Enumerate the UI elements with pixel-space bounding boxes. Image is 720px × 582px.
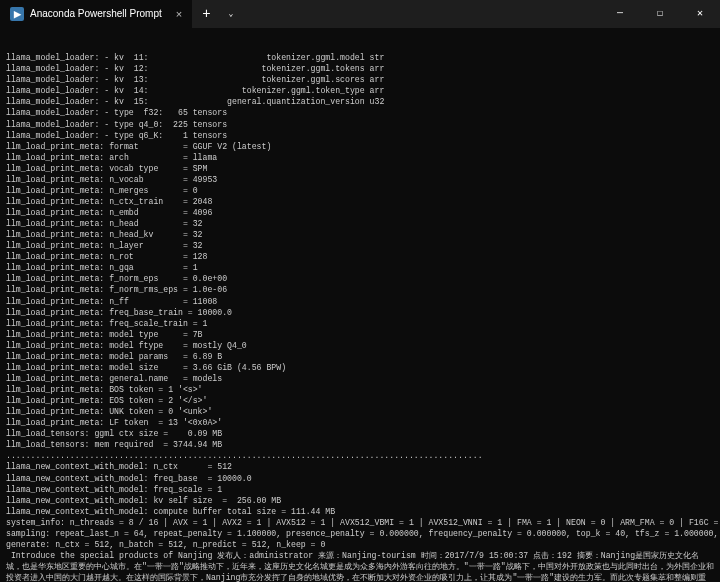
- terminal-line: llm_load_print_meta: f_norm_eps = 0.0e+0…: [6, 273, 714, 284]
- terminal-line: llm_load_print_meta: n_ff = 11008: [6, 296, 714, 307]
- terminal-line: llm_load_print_meta: n_head = 32: [6, 218, 714, 229]
- terminal-line: ........................................…: [6, 450, 714, 461]
- add-tab-button[interactable]: +: [192, 5, 220, 24]
- terminal-line: llama_model_loader: - kv 14: tokenizer.g…: [6, 85, 714, 96]
- terminal-line: llm_load_print_meta: UNK token = 0 '<unk…: [6, 406, 714, 417]
- terminal-line: llm_load_print_meta: format = GGUF V2 (l…: [6, 141, 714, 152]
- terminal-line: llm_load_print_meta: BOS token = 1 '<s>': [6, 384, 714, 395]
- terminal-line: llama_model_loader: - type q6_K: 1 tenso…: [6, 130, 714, 141]
- terminal-line: llama_new_context_with_model: n_ctx = 51…: [6, 461, 714, 472]
- terminal-line: llm_load_print_meta: f_norm_rms_eps = 1.…: [6, 284, 714, 295]
- terminal-line: Introduce the special products of Nanjin…: [6, 550, 714, 582]
- terminal-output[interactable]: llama_model_loader: - kv 11: tokenizer.g…: [0, 28, 720, 582]
- titlebar-left: ▶ Anaconda Powershell Prompt × + ⌄: [0, 0, 241, 28]
- terminal-line: llama_model_loader: - kv 12: tokenizer.g…: [6, 63, 714, 74]
- anaconda-icon: ▶: [10, 7, 24, 21]
- terminal-line: llama_model_loader: - kv 11: tokenizer.g…: [6, 52, 714, 63]
- window-controls: ─ ☐ ✕: [600, 0, 720, 28]
- terminal-line: llm_load_print_meta: n_merges = 0: [6, 185, 714, 196]
- terminal-line: llm_load_print_meta: general.name = mode…: [6, 373, 714, 384]
- terminal-line: llama_model_loader: - type f32: 65 tenso…: [6, 107, 714, 118]
- window-titlebar: ▶ Anaconda Powershell Prompt × + ⌄ ─ ☐ ✕: [0, 0, 720, 28]
- terminal-line: llm_load_print_meta: n_ctx_train = 2048: [6, 196, 714, 207]
- terminal-line: llm_load_print_meta: vocab type = SPM: [6, 163, 714, 174]
- terminal-line: llm_load_print_meta: n_layer = 32: [6, 240, 714, 251]
- chevron-down-icon[interactable]: ⌄: [221, 9, 242, 20]
- terminal-line: llama_model_loader: - kv 13: tokenizer.g…: [6, 74, 714, 85]
- terminal-line: llm_load_print_meta: n_rot = 128: [6, 251, 714, 262]
- tab-anaconda[interactable]: ▶ Anaconda Powershell Prompt ×: [0, 0, 192, 28]
- minimize-button[interactable]: ─: [600, 0, 640, 28]
- terminal-line: system_info: n_threads = 8 / 16 | AVX = …: [6, 517, 714, 528]
- terminal-line: llm_load_print_meta: LF token = 13 '<0x0…: [6, 417, 714, 428]
- terminal-line: llm_load_print_meta: EOS token = 2 '</s>…: [6, 395, 714, 406]
- terminal-line: llama_new_context_with_model: kv self si…: [6, 495, 714, 506]
- terminal-line: llm_load_print_meta: model params = 6.89…: [6, 351, 714, 362]
- terminal-line: llama_model_loader: - kv 15: general.qua…: [6, 96, 714, 107]
- terminal-line: llm_load_print_meta: model size = 3.66 G…: [6, 362, 714, 373]
- terminal-line: llm_load_print_meta: freq_base_train = 1…: [6, 307, 714, 318]
- terminal-line: llm_load_print_meta: freq_scale_train = …: [6, 318, 714, 329]
- terminal-line: llm_load_print_meta: n_head_kv = 32: [6, 229, 714, 240]
- terminal-line: llama_new_context_with_model: freq_base …: [6, 473, 714, 484]
- terminal-line: llm_load_tensors: ggml ctx size = 0.09 M…: [6, 428, 714, 439]
- tab-label: Anaconda Powershell Prompt: [30, 7, 162, 21]
- terminal-line: generate: n_ctx = 512, n_batch = 512, n_…: [6, 539, 714, 550]
- close-icon[interactable]: ×: [176, 7, 182, 22]
- terminal-line: llm_load_tensors: mem required = 3744.94…: [6, 439, 714, 450]
- terminal-line: sampling: repeat_last_n = 64, repeat_pen…: [6, 528, 714, 539]
- terminal-line: llama_new_context_with_model: compute bu…: [6, 506, 714, 517]
- terminal-line: llm_load_print_meta: n_gqa = 1: [6, 262, 714, 273]
- terminal-line: llm_load_print_meta: n_vocab = 49953: [6, 174, 714, 185]
- close-button[interactable]: ✕: [680, 0, 720, 28]
- maximize-button[interactable]: ☐: [640, 0, 680, 28]
- terminal-line: llm_load_print_meta: n_embd = 4096: [6, 207, 714, 218]
- terminal-line: llm_load_print_meta: model ftype = mostl…: [6, 340, 714, 351]
- terminal-line: llm_load_print_meta: arch = llama: [6, 152, 714, 163]
- terminal-line: llama_new_context_with_model: freq_scale…: [6, 484, 714, 495]
- terminal-line: llm_load_print_meta: model type = 7B: [6, 329, 714, 340]
- terminal-line: llama_model_loader: - type q4_0: 225 ten…: [6, 119, 714, 130]
